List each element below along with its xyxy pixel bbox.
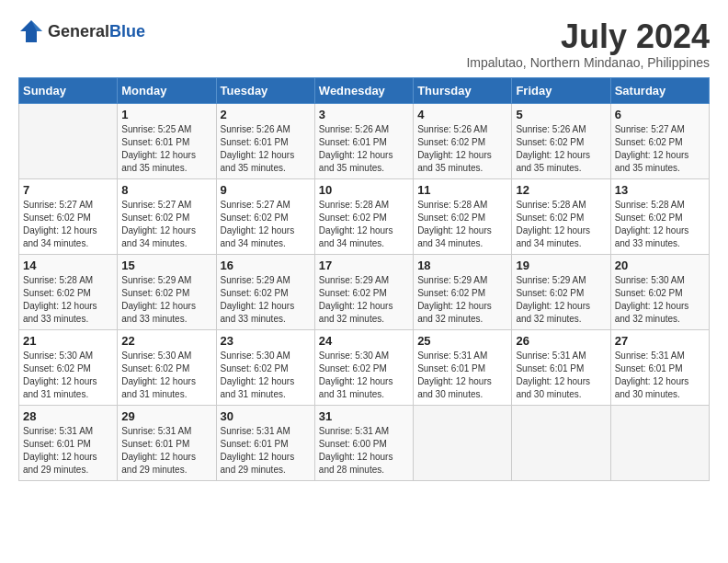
day-info: Sunrise: 5:29 AMSunset: 6:02 PMDaylight:… <box>319 274 409 326</box>
calendar-cell: 25Sunrise: 5:31 AMSunset: 6:01 PMDayligh… <box>414 329 512 405</box>
day-number: 14 <box>23 259 113 272</box>
calendar-cell: 16Sunrise: 5:29 AMSunset: 6:02 PMDayligh… <box>216 254 314 329</box>
day-info: Sunrise: 5:31 AMSunset: 6:01 PMDaylight:… <box>516 350 606 401</box>
calendar-cell <box>19 103 118 178</box>
day-info: Sunrise: 5:29 AMSunset: 6:02 PMDaylight:… <box>516 274 606 326</box>
day-number: 28 <box>23 409 113 423</box>
calendar-table: SundayMondayTuesdayWednesdayThursdayFrid… <box>18 77 710 481</box>
day-number: 19 <box>516 259 606 272</box>
calendar-cell: 8Sunrise: 5:27 AMSunset: 6:02 PMDaylight… <box>118 178 216 254</box>
calendar-cell: 19Sunrise: 5:29 AMSunset: 6:02 PMDayligh… <box>512 254 610 329</box>
day-info: Sunrise: 5:28 AMSunset: 6:02 PMDaylight:… <box>417 199 507 250</box>
day-info: Sunrise: 5:30 AMSunset: 6:02 PMDaylight:… <box>221 350 311 401</box>
day-info: Sunrise: 5:31 AMSunset: 6:01 PMDaylight:… <box>121 425 211 477</box>
calendar-cell: 13Sunrise: 5:28 AMSunset: 6:02 PMDayligh… <box>610 178 709 254</box>
day-info: Sunrise: 5:31 AMSunset: 6:01 PMDaylight:… <box>615 350 705 401</box>
day-number: 9 <box>221 183 311 197</box>
calendar-cell: 14Sunrise: 5:28 AMSunset: 6:02 PMDayligh… <box>19 254 118 329</box>
calendar-cell: 18Sunrise: 5:29 AMSunset: 6:02 PMDayligh… <box>414 254 512 329</box>
calendar-cell: 26Sunrise: 5:31 AMSunset: 6:01 PMDayligh… <box>512 329 610 405</box>
day-info: Sunrise: 5:29 AMSunset: 6:02 PMDaylight:… <box>417 274 507 326</box>
day-number: 16 <box>221 259 311 272</box>
logo: GeneralBlue <box>18 18 145 44</box>
page-header: GeneralBlue July 2024 Impalutao, Norther… <box>18 18 710 70</box>
day-number: 30 <box>221 409 311 423</box>
day-number: 2 <box>221 108 311 121</box>
calendar-cell: 12Sunrise: 5:28 AMSunset: 6:02 PMDayligh… <box>512 178 610 254</box>
calendar-cell: 27Sunrise: 5:31 AMSunset: 6:01 PMDayligh… <box>610 329 709 405</box>
day-info: Sunrise: 5:31 AMSunset: 6:01 PMDaylight:… <box>221 425 311 477</box>
day-number: 31 <box>319 409 409 423</box>
title-block: July 2024 Impalutao, Northern Mindanao, … <box>466 18 710 70</box>
weekday-header-row: SundayMondayTuesdayWednesdayThursdayFrid… <box>19 77 710 103</box>
location-subtitle: Impalutao, Northern Mindanao, Philippine… <box>466 55 710 70</box>
logo-icon <box>18 18 44 44</box>
weekday-header-saturday: Saturday <box>610 77 709 103</box>
day-number: 23 <box>221 334 311 348</box>
day-number: 15 <box>121 259 211 272</box>
day-number: 29 <box>121 409 211 423</box>
day-info: Sunrise: 5:28 AMSunset: 6:02 PMDaylight:… <box>615 199 705 250</box>
day-number: 7 <box>23 183 113 197</box>
calendar-cell: 24Sunrise: 5:30 AMSunset: 6:02 PMDayligh… <box>314 329 413 405</box>
weekday-header-monday: Monday <box>118 77 216 103</box>
calendar-cell <box>512 405 610 480</box>
day-number: 13 <box>615 183 705 197</box>
day-number: 18 <box>417 259 507 272</box>
day-info: Sunrise: 5:25 AMSunset: 6:01 PMDaylight:… <box>121 123 211 175</box>
day-number: 3 <box>319 108 409 121</box>
calendar-cell: 2Sunrise: 5:26 AMSunset: 6:01 PMDaylight… <box>216 103 314 178</box>
day-number: 5 <box>516 108 606 121</box>
day-info: Sunrise: 5:30 AMSunset: 6:02 PMDaylight:… <box>319 350 409 401</box>
day-info: Sunrise: 5:29 AMSunset: 6:02 PMDaylight:… <box>221 274 311 326</box>
weekday-header-wednesday: Wednesday <box>314 77 413 103</box>
day-info: Sunrise: 5:26 AMSunset: 6:02 PMDaylight:… <box>516 123 606 175</box>
day-number: 11 <box>417 183 507 197</box>
day-info: Sunrise: 5:26 AMSunset: 6:01 PMDaylight:… <box>221 123 311 175</box>
calendar-cell: 17Sunrise: 5:29 AMSunset: 6:02 PMDayligh… <box>314 254 413 329</box>
day-info: Sunrise: 5:28 AMSunset: 6:02 PMDaylight:… <box>319 199 409 250</box>
day-info: Sunrise: 5:27 AMSunset: 6:02 PMDaylight:… <box>121 199 211 250</box>
day-info: Sunrise: 5:31 AMSunset: 6:00 PMDaylight:… <box>319 425 409 477</box>
day-info: Sunrise: 5:27 AMSunset: 6:02 PMDaylight:… <box>221 199 311 250</box>
calendar-cell: 7Sunrise: 5:27 AMSunset: 6:02 PMDaylight… <box>19 178 118 254</box>
day-info: Sunrise: 5:28 AMSunset: 6:02 PMDaylight:… <box>516 199 606 250</box>
calendar-cell: 31Sunrise: 5:31 AMSunset: 6:00 PMDayligh… <box>314 405 413 480</box>
day-number: 26 <box>516 334 606 348</box>
day-number: 21 <box>23 334 113 348</box>
calendar-cell: 30Sunrise: 5:31 AMSunset: 6:01 PMDayligh… <box>216 405 314 480</box>
calendar-week-row-1: 1Sunrise: 5:25 AMSunset: 6:01 PMDaylight… <box>19 103 710 178</box>
calendar-cell: 4Sunrise: 5:26 AMSunset: 6:02 PMDaylight… <box>414 103 512 178</box>
day-number: 24 <box>319 334 409 348</box>
day-number: 8 <box>121 183 211 197</box>
day-number: 12 <box>516 183 606 197</box>
weekday-header-sunday: Sunday <box>19 77 118 103</box>
day-number: 10 <box>319 183 409 197</box>
day-info: Sunrise: 5:26 AMSunset: 6:01 PMDaylight:… <box>319 123 409 175</box>
day-number: 27 <box>615 334 705 348</box>
logo-text-blue: Blue <box>109 22 145 40</box>
calendar-cell: 9Sunrise: 5:27 AMSunset: 6:02 PMDaylight… <box>216 178 314 254</box>
weekday-header-friday: Friday <box>512 77 610 103</box>
calendar-week-row-5: 28Sunrise: 5:31 AMSunset: 6:01 PMDayligh… <box>19 405 710 480</box>
calendar-cell: 23Sunrise: 5:30 AMSunset: 6:02 PMDayligh… <box>216 329 314 405</box>
day-number: 1 <box>121 108 211 121</box>
calendar-cell <box>610 405 709 480</box>
day-info: Sunrise: 5:30 AMSunset: 6:02 PMDaylight:… <box>23 350 113 401</box>
calendar-cell <box>414 405 512 480</box>
calendar-cell: 29Sunrise: 5:31 AMSunset: 6:01 PMDayligh… <box>118 405 216 480</box>
day-info: Sunrise: 5:30 AMSunset: 6:02 PMDaylight:… <box>121 350 211 401</box>
weekday-header-thursday: Thursday <box>414 77 512 103</box>
calendar-cell: 15Sunrise: 5:29 AMSunset: 6:02 PMDayligh… <box>118 254 216 329</box>
day-number: 4 <box>417 108 507 121</box>
day-info: Sunrise: 5:26 AMSunset: 6:02 PMDaylight:… <box>417 123 507 175</box>
calendar-cell: 1Sunrise: 5:25 AMSunset: 6:01 PMDaylight… <box>118 103 216 178</box>
calendar-cell: 10Sunrise: 5:28 AMSunset: 6:02 PMDayligh… <box>314 178 413 254</box>
calendar-week-row-4: 21Sunrise: 5:30 AMSunset: 6:02 PMDayligh… <box>19 329 710 405</box>
calendar-cell: 28Sunrise: 5:31 AMSunset: 6:01 PMDayligh… <box>19 405 118 480</box>
day-number: 25 <box>417 334 507 348</box>
calendar-cell: 22Sunrise: 5:30 AMSunset: 6:02 PMDayligh… <box>118 329 216 405</box>
logo-text-general: General <box>48 22 109 40</box>
calendar-cell: 11Sunrise: 5:28 AMSunset: 6:02 PMDayligh… <box>414 178 512 254</box>
day-number: 20 <box>615 259 705 272</box>
